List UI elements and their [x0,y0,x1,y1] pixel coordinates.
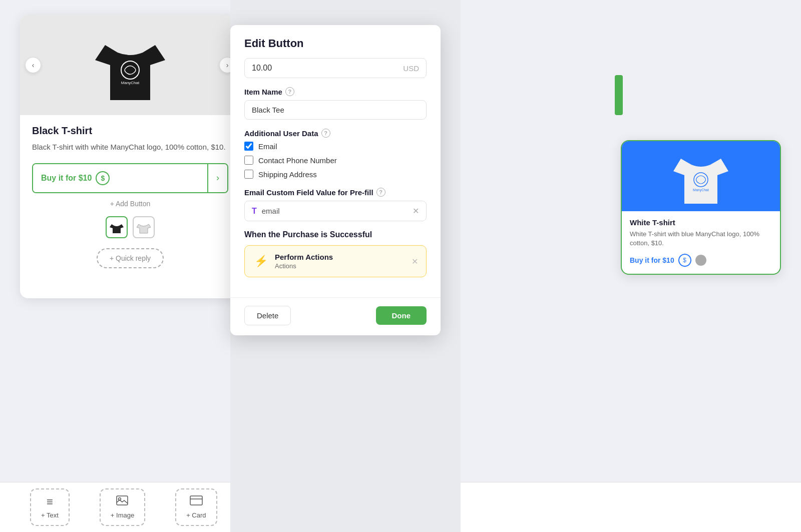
thumbnail-white[interactable] [133,216,155,238]
card-title: Black T-shirt [32,125,228,137]
image-label: + Image [111,511,134,519]
actions-close-icon[interactable]: ✕ [412,257,418,266]
toolbar-text-item[interactable]: ≡ + Text [30,488,70,526]
email-field-help-icon[interactable]: ? [376,188,385,197]
item-name-help-icon[interactable]: ? [285,87,294,96]
actions-text: Perform Actions Actions [275,253,406,270]
email-checkbox[interactable] [244,142,253,151]
toolbar-image-item[interactable]: + Image [100,488,145,526]
phone-checkbox-label: Contact Phone Number [258,156,337,165]
svg-text:ManyChat: ManyChat [121,81,140,85]
phone-checkbox[interactable] [244,156,253,165]
text-label: + Text [41,511,59,519]
card-description: Black T-shirt with white ManyChat logo, … [32,142,228,153]
image-svg [116,495,128,505]
white-tshirt-image: ManyChat [673,144,728,209]
right-card-title: White T-shirt [630,218,772,227]
modal-title: Edit Button [230,25,441,58]
chevron-right-icon: › [226,61,229,69]
svg-rect-4 [117,496,128,505]
type-icon: T [252,207,257,216]
right-buy-label[interactable]: Buy it for $10 [630,256,674,264]
email-field-clear-icon[interactable]: ✕ [413,206,419,216]
chevron-left-icon: ‹ [32,61,35,69]
svg-rect-6 [190,496,202,505]
additional-data-label: Additional User Data ? [244,129,427,138]
item-name-input[interactable] [244,100,427,120]
email-field-value: email [262,207,408,215]
quick-reply-label: + Quick reply [110,254,151,262]
white-tshirt-thumb [137,220,151,234]
email-checkbox-row: Email [244,142,427,151]
price-input[interactable] [252,64,403,73]
delete-button[interactable]: Delete [244,306,291,325]
email-field-label: Email Custom Field Value for Pre-fill ? [244,188,427,197]
shipping-checkbox-row: Shipping Address [244,170,427,179]
quick-reply-button[interactable]: + Quick reply [97,248,164,268]
green-connector-bar [615,75,623,115]
shipping-checkbox-label: Shipping Address [258,170,317,179]
buy-button[interactable]: Buy it for $10 $ [33,164,207,192]
lightning-icon: ⚡ [253,253,269,269]
black-tshirt-thumb [110,220,124,234]
buy-button-label: Buy it for $10 [41,174,92,183]
svg-text:ManyChat: ManyChat [693,188,709,192]
left-card-panel: ‹ ManyChat › Black T-shirt Black T-shirt… [20,15,240,298]
right-dollar-icon: $ [678,254,691,267]
toolbar-card-item[interactable]: + Card [175,488,217,526]
modal-body: USD Item Name ? Additional User Data ? E… [230,58,441,297]
email-field-row[interactable]: T email ✕ [244,201,427,221]
modal-footer: Delete Done [230,297,441,335]
card-svg [190,495,203,505]
additional-data-help-icon[interactable]: ? [321,129,330,138]
thumbnail-black[interactable] [106,216,128,238]
buy-button-row[interactable]: Buy it for $10 $ › [32,163,228,193]
right-card-description: White T-shirt with blue ManyChat logo, 1… [630,230,772,248]
text-icon: ≡ [47,495,53,508]
arrow-right-icon: › [216,173,219,183]
edit-button-modal: Edit Button USD Item Name ? Additional U… [230,25,441,335]
prev-card-button[interactable]: ‹ [25,57,41,73]
card-icon [190,495,203,508]
buy-button-arrow[interactable]: › [207,164,227,192]
card-content: Black T-shirt Black T-shirt with white M… [20,115,240,288]
right-buy-row: Buy it for $10 $ [630,254,772,267]
currency-label: USD [403,64,419,73]
actions-sub: Actions [275,262,406,270]
right-dot [695,255,706,266]
add-button-row[interactable]: + Add Button [32,199,228,208]
black-tshirt-image: ManyChat [95,25,165,105]
right-card-content: White T-shirt White T-shirt with blue Ma… [622,211,780,274]
dollar-icon: $ [96,171,110,185]
card-image-area: ‹ ManyChat › [20,15,240,115]
email-checkbox-label: Email [258,142,277,151]
right-card-image-area: ManyChat [622,141,780,211]
shipping-checkbox[interactable] [244,170,253,179]
actions-title: Perform Actions [275,253,406,261]
item-name-label: Item Name ? [244,87,427,96]
purchase-section-label: When the Purchase is Successful [244,230,427,239]
image-icon [116,495,128,508]
checkbox-group: Email Contact Phone Number Shipping Addr… [244,142,427,179]
phone-checkbox-row: Contact Phone Number [244,156,427,165]
done-button[interactable]: Done [376,306,427,325]
right-card-panel: ManyChat White T-shirt White T-shirt wit… [621,140,781,275]
card-label: + Card [186,511,206,519]
add-button-label[interactable]: + Add Button [110,200,151,208]
price-row: USD [244,58,427,78]
actions-card[interactable]: ⚡ Perform Actions Actions ✕ [244,245,427,277]
card-thumbnails [32,216,228,238]
